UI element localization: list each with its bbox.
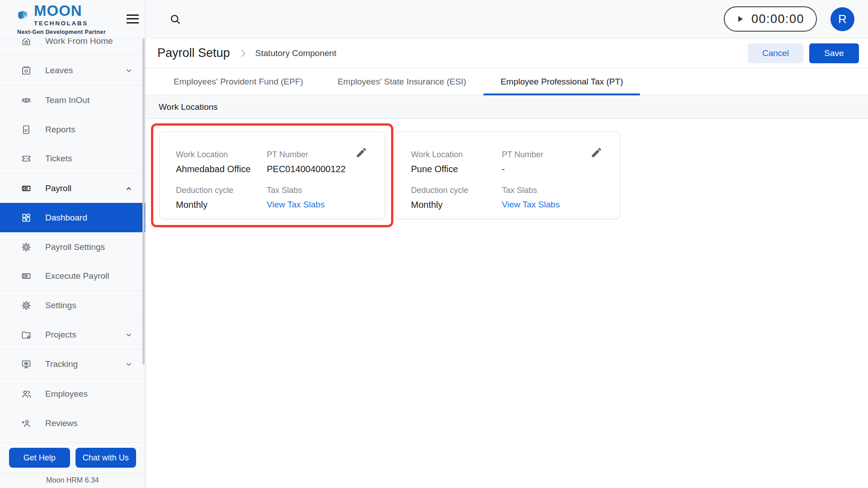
breadcrumb-chevron-icon	[238, 48, 248, 58]
logo-text: MOON TECHNOLABS	[34, 3, 88, 27]
sidebar-item-payroll-settings[interactable]: Payroll Settings	[0, 232, 145, 262]
sidebar-item-employees[interactable]: Employees	[0, 379, 145, 408]
card-field: Tax SlabsView Tax Slabs	[267, 186, 367, 210]
sidebar-item-label: Tracking	[45, 359, 111, 369]
sidebar-item-leaves[interactable]: Leaves	[0, 56, 145, 85]
save-button[interactable]: Save	[809, 43, 859, 63]
pt-number-value: -	[502, 164, 602, 174]
card-field: PT NumberPEC014004000122	[267, 150, 367, 174]
tab-employees-provident-fund-epf[interactable]: Employees' Provident Fund (EPF)	[156, 68, 321, 95]
reviews-icon	[21, 418, 32, 429]
chevron-down-icon	[124, 66, 133, 75]
tab-employees-state-insurance-esi[interactable]: Employees' State Insurance (ESI)	[321, 68, 484, 95]
card-field: Tax SlabsView Tax Slabs	[502, 186, 602, 210]
calendar-icon	[21, 65, 32, 76]
logo-top: MOON TECHNOLABS	[17, 3, 106, 27]
sidebar-nav: Work From HomeLeavesTeam InOutReportsTic…	[0, 38, 145, 442]
tax-slabs-label: Tax Slabs	[267, 186, 367, 195]
sidebar-item-label: Tickets	[45, 154, 133, 164]
gear-icon	[21, 300, 32, 311]
work-location-value: Ahmedabad Office	[176, 164, 267, 174]
moon-technolabs-logo: MOON TECHNOLABS Next-Gen Development Par…	[17, 3, 106, 35]
edit-icon	[355, 146, 368, 159]
gear-icon	[21, 242, 32, 253]
deduction-cycle-label: Deduction cycle	[176, 186, 267, 195]
main-area: 00:00:00 R Payroll Setup Statutory Compo…	[146, 0, 868, 488]
edit-button[interactable]	[590, 146, 603, 160]
sidebar-footer: Get Help Chat with Us Moon HRM 6.34	[0, 442, 145, 488]
search-icon[interactable]	[169, 13, 181, 25]
sidebar-item-label: Excecute Payroll	[45, 271, 133, 281]
avatar[interactable]: R	[830, 7, 854, 31]
tab-employee-professional-tax-pt[interactable]: Employee Professional Tax (PT)	[483, 68, 640, 95]
sidebar-item-label: Reports	[45, 125, 133, 135]
sidebar-item-reports[interactable]: Reports	[0, 115, 145, 144]
card-field: PT Number-	[502, 150, 602, 174]
card-fields: Work LocationAhmedabad OfficePT NumberPE…	[176, 150, 367, 210]
payroll-icon	[21, 271, 32, 282]
sidebar-item-work-from-home[interactable]: Work From Home	[0, 38, 145, 56]
sidebar-item-label: Work From Home	[45, 38, 133, 46]
sidebar-item-label: Leaves	[45, 66, 111, 75]
sidebar-footer-buttons: Get Help Chat with Us	[0, 443, 145, 473]
sidebar-item-projects[interactable]: Projects	[0, 320, 145, 350]
dashboard-icon	[21, 212, 32, 223]
sidebar-item-label: Payroll Settings	[45, 242, 133, 252]
view-tax-slabs-link[interactable]: View Tax Slabs	[502, 200, 602, 210]
edit-button[interactable]	[355, 146, 368, 160]
sidebar-item-label: Settings	[45, 300, 133, 310]
page-title: Payroll Setup	[157, 46, 230, 60]
sidebar-item-label: Team InOut	[45, 95, 133, 105]
app-window: MOON TECHNOLABS Next-Gen Development Par…	[0, 0, 868, 488]
timer-widget[interactable]: 00:00:00	[724, 6, 817, 32]
sidebar-item-settings[interactable]: Settings	[0, 291, 145, 320]
pt-number-label: PT Number	[267, 150, 367, 160]
sidebar-item-label: Dashboard	[45, 213, 133, 223]
sidebar-item-tracking[interactable]: Tracking	[0, 350, 145, 379]
logo-subtitle: TECHNOLABS	[34, 20, 88, 27]
employees-icon	[21, 389, 32, 399]
sidebar-scrollbar[interactable]	[142, 38, 145, 365]
sidebar-item-label: Reviews	[45, 418, 133, 428]
work-location-value: Pune Office	[411, 164, 502, 174]
chevron-up-icon	[124, 184, 133, 193]
work-location-cards: Work LocationAhmedabad OfficePT NumberPE…	[151, 123, 868, 227]
cancel-button[interactable]: Cancel	[748, 43, 803, 63]
tickets-icon	[21, 153, 32, 164]
get-help-button[interactable]: Get Help	[9, 448, 70, 468]
team-icon	[21, 95, 32, 106]
work-location-card-pune-office: Work LocationPune OfficePT Number-Deduct…	[394, 131, 620, 219]
card-field: Deduction cycleMonthly	[411, 186, 502, 210]
sidebar-item-excecute-payroll[interactable]: Excecute Payroll	[0, 262, 145, 291]
play-icon[interactable]	[735, 14, 745, 24]
sidebar-item-reviews[interactable]: Reviews	[0, 408, 145, 438]
sidebar-item-label: Projects	[45, 330, 111, 340]
sidebar-item-tickets[interactable]: Tickets	[0, 144, 145, 174]
card-field: Work LocationPune Office	[411, 150, 502, 174]
sidebar-item-payroll[interactable]: Payroll	[0, 174, 145, 203]
tax-slabs-label: Tax Slabs	[502, 186, 602, 195]
chat-with-us-button[interactable]: Chat with Us	[75, 448, 137, 468]
work-location-label: Work Location	[176, 150, 267, 160]
highlight-box: Work LocationAhmedabad OfficePT NumberPE…	[151, 123, 393, 227]
pt-number-label: PT Number	[502, 150, 602, 160]
card-fields: Work LocationPune OfficePT Number-Deduct…	[411, 150, 602, 210]
topbar: 00:00:00 R	[146, 0, 868, 38]
deduction-cycle-value: Monthly	[411, 200, 502, 210]
sidebar-item-label: Employees	[45, 389, 133, 399]
hamburger-menu-icon[interactable]	[127, 14, 139, 23]
sidebar-item-dashboard[interactable]: Dashboard	[0, 203, 145, 232]
work-location-card-ahmedabad-office: Work LocationAhmedabad OfficePT NumberPE…	[159, 131, 385, 219]
view-tax-slabs-link[interactable]: View Tax Slabs	[267, 200, 367, 210]
page-header: Payroll Setup Statutory Component Cancel…	[146, 38, 868, 68]
logo-title: MOON	[34, 3, 88, 18]
timer-value: 00:00:00	[751, 12, 804, 26]
sidebar-item-label: Payroll	[45, 183, 111, 193]
sidebar-header: MOON TECHNOLABS Next-Gen Development Par…	[0, 0, 145, 38]
chevron-down-icon	[124, 330, 133, 339]
card-field: Work LocationAhmedabad Office	[176, 150, 267, 174]
sidebar-item-team-inout[interactable]: Team InOut	[0, 85, 145, 115]
pt-number-value: PEC014004000122	[267, 164, 367, 174]
work-location-label: Work Location	[411, 150, 502, 160]
deduction-cycle-label: Deduction cycle	[411, 186, 502, 195]
